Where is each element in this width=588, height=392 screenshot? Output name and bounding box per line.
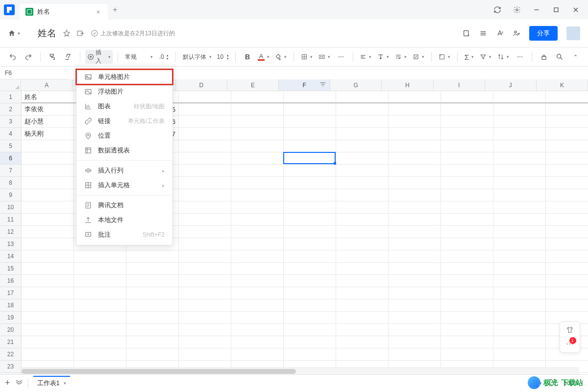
cell[interactable] bbox=[231, 201, 284, 214]
cell[interactable] bbox=[22, 140, 74, 152]
cell[interactable] bbox=[74, 336, 126, 348]
cell[interactable] bbox=[389, 238, 441, 250]
cell[interactable] bbox=[493, 177, 546, 189]
cell[interactable] bbox=[389, 275, 441, 287]
cell[interactable] bbox=[284, 250, 336, 263]
row-header[interactable]: 12 bbox=[0, 226, 22, 238]
borders-button[interactable]: ▾ bbox=[299, 50, 315, 64]
cell[interactable] bbox=[336, 189, 389, 201]
cell[interactable] bbox=[493, 165, 546, 177]
cell[interactable] bbox=[179, 103, 231, 116]
cell[interactable] bbox=[179, 250, 231, 263]
new-tab-button[interactable]: + bbox=[108, 3, 122, 16]
cell[interactable] bbox=[336, 116, 389, 128]
add-sheet-button[interactable]: + bbox=[5, 378, 10, 388]
cell[interactable] bbox=[493, 238, 546, 250]
cell[interactable] bbox=[441, 128, 493, 140]
cell[interactable] bbox=[546, 116, 588, 128]
cell[interactable] bbox=[336, 226, 389, 238]
cell[interactable] bbox=[336, 152, 389, 165]
cell[interactable] bbox=[336, 238, 389, 250]
cell[interactable] bbox=[22, 348, 74, 361]
cell[interactable] bbox=[493, 91, 546, 103]
cell[interactable] bbox=[284, 116, 336, 128]
cell[interactable] bbox=[179, 152, 231, 165]
cell[interactable] bbox=[493, 348, 546, 361]
cell[interactable] bbox=[126, 250, 179, 263]
cell[interactable] bbox=[231, 312, 284, 324]
cell[interactable] bbox=[546, 287, 588, 299]
cell[interactable] bbox=[336, 336, 389, 348]
cell[interactable] bbox=[493, 312, 546, 324]
cell[interactable] bbox=[389, 189, 441, 201]
home-button[interactable]: ▾ bbox=[8, 29, 20, 37]
cell[interactable] bbox=[284, 91, 336, 103]
cell[interactable] bbox=[231, 263, 284, 275]
row-header[interactable]: 8 bbox=[0, 177, 22, 189]
row-header[interactable]: 18 bbox=[0, 299, 22, 312]
cell[interactable] bbox=[231, 287, 284, 299]
collaborators-icon[interactable] bbox=[513, 29, 520, 37]
cell[interactable] bbox=[493, 226, 546, 238]
cell[interactable] bbox=[389, 214, 441, 226]
cell[interactable] bbox=[389, 226, 441, 238]
cell[interactable] bbox=[441, 312, 493, 324]
column-header[interactable]: K bbox=[537, 79, 588, 91]
cell[interactable] bbox=[231, 189, 284, 201]
cell[interactable] bbox=[336, 287, 389, 299]
cell[interactable] bbox=[284, 336, 336, 348]
row-header[interactable]: 10 bbox=[0, 201, 22, 214]
cell[interactable] bbox=[336, 348, 389, 361]
text-color-button[interactable]: A▾ bbox=[256, 50, 271, 64]
cell[interactable] bbox=[493, 287, 546, 299]
cell[interactable] bbox=[179, 348, 231, 361]
cell[interactable] bbox=[441, 263, 493, 275]
cell[interactable] bbox=[231, 348, 284, 361]
document-tab[interactable]: 姓名 × bbox=[20, 4, 108, 20]
number-format-select[interactable]: 常规▾ bbox=[123, 50, 155, 64]
cell[interactable] bbox=[179, 263, 231, 275]
cell[interactable] bbox=[126, 336, 179, 348]
cell[interactable] bbox=[22, 165, 74, 177]
cell[interactable] bbox=[441, 140, 493, 152]
row-header[interactable]: 3 bbox=[0, 116, 22, 128]
cell[interactable] bbox=[546, 226, 588, 238]
menu-local-file[interactable]: 本地文件 bbox=[76, 213, 172, 227]
row-header[interactable]: 22 bbox=[0, 348, 22, 361]
cell[interactable] bbox=[546, 177, 588, 189]
cell[interactable] bbox=[284, 189, 336, 201]
cell[interactable] bbox=[336, 275, 389, 287]
row-header[interactable]: 4 bbox=[0, 128, 22, 140]
text-format-icon[interactable] bbox=[496, 29, 504, 37]
cell[interactable] bbox=[493, 116, 546, 128]
cell[interactable] bbox=[22, 177, 74, 189]
cell[interactable] bbox=[22, 263, 74, 275]
row-header[interactable]: 21 bbox=[0, 336, 22, 348]
cell[interactable] bbox=[284, 177, 336, 189]
column-header[interactable]: I bbox=[434, 79, 485, 91]
cell[interactable] bbox=[389, 140, 441, 152]
cell[interactable] bbox=[22, 312, 74, 324]
cell[interactable] bbox=[546, 238, 588, 250]
horizontal-scrollbar[interactable] bbox=[22, 368, 579, 374]
cell[interactable] bbox=[441, 152, 493, 165]
cell[interactable] bbox=[389, 263, 441, 275]
more-icon[interactable]: ⋯1 bbox=[566, 339, 574, 348]
cell[interactable] bbox=[441, 226, 493, 238]
cell[interactable] bbox=[179, 275, 231, 287]
cell[interactable] bbox=[179, 177, 231, 189]
row-header[interactable]: 17 bbox=[0, 287, 22, 299]
cell[interactable] bbox=[493, 214, 546, 226]
menu-cell-image[interactable]: 单元格图片 bbox=[76, 70, 172, 84]
cell[interactable] bbox=[74, 324, 126, 336]
cell[interactable] bbox=[336, 263, 389, 275]
cell[interactable] bbox=[179, 336, 231, 348]
cell[interactable] bbox=[546, 299, 588, 312]
row-header[interactable]: 2 bbox=[0, 103, 22, 116]
cell[interactable] bbox=[179, 116, 231, 128]
cell[interactable] bbox=[179, 324, 231, 336]
cell[interactable] bbox=[493, 189, 546, 201]
cell[interactable] bbox=[441, 348, 493, 361]
cell[interactable] bbox=[179, 299, 231, 312]
row-header[interactable]: 23 bbox=[0, 361, 22, 373]
